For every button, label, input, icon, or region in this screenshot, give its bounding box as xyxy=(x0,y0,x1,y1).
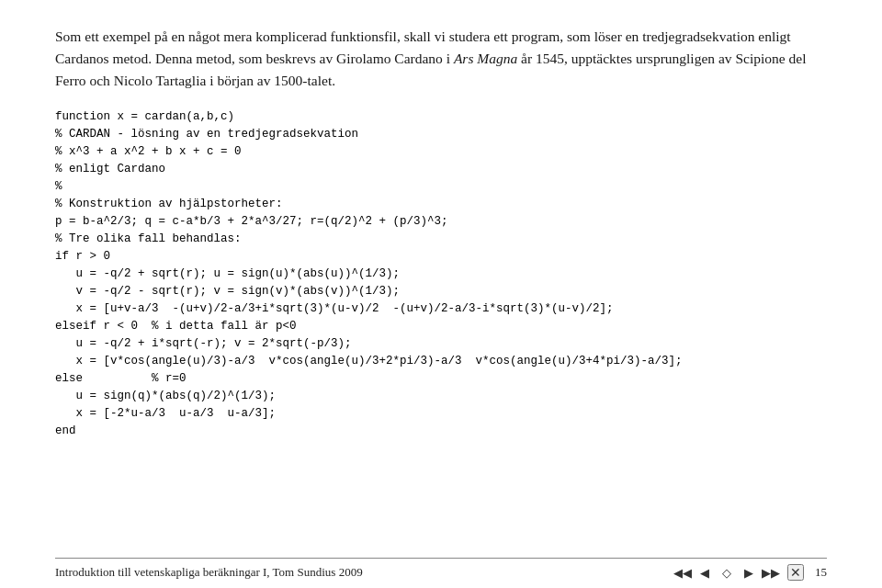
footer-bar: Introduktion till vetenskapliga beräknin… xyxy=(55,558,827,588)
close-button[interactable]: ✕ xyxy=(787,564,804,581)
code-block: function x = cardan(a,b,c) % CARDAN - lö… xyxy=(55,108,827,440)
nav-next-button[interactable]: ▶ xyxy=(740,564,758,581)
code-text: function x = cardan(a,b,c) % CARDAN - lö… xyxy=(55,110,683,437)
page-number: 15 xyxy=(815,565,827,580)
intro-paragraph: Som ett exempel på en något mera komplic… xyxy=(55,26,827,92)
nav-first-button[interactable]: ◀◀ xyxy=(673,564,692,581)
footer-nav: ◀◀ ◀ ◇ ▶ ▶▶ ✕ 15 xyxy=(673,564,827,581)
nav-last-button[interactable]: ▶▶ xyxy=(762,564,780,581)
page-container: Som ett exempel på en något mera komplic… xyxy=(0,0,882,588)
nav-diamond-button[interactable]: ◇ xyxy=(718,564,736,581)
nav-prev-button[interactable]: ◀ xyxy=(695,564,714,581)
footer-title: Introduktion till vetenskapliga beräknin… xyxy=(55,565,673,580)
